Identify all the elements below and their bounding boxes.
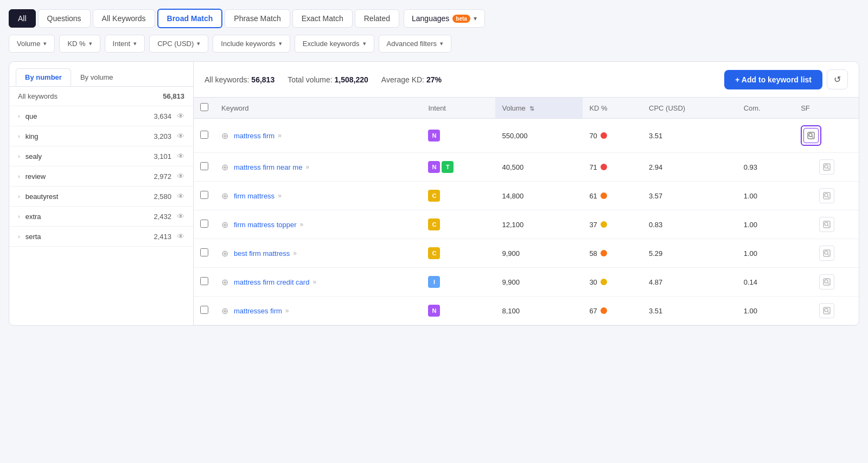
sidebar-all-keywords-count: 56,813 (163, 92, 184, 100)
sf-cell (794, 297, 859, 325)
row-checkbox[interactable] (200, 248, 208, 256)
keyword-link[interactable]: ⊕ mattress firm near me » (221, 162, 415, 172)
col-select-all (194, 98, 215, 119)
eye-icon[interactable]: 👁 (177, 212, 184, 221)
list-item[interactable]: › king 3,203 👁 (9, 126, 193, 146)
row-checkbox[interactable] (200, 131, 208, 139)
keyword-link[interactable]: ⊕ best firm mattress » (221, 248, 415, 259)
filter-include-keywords[interactable]: Include keywords ▾ (213, 35, 290, 53)
main-content: By number By volume All keywords 56,813 … (9, 61, 859, 326)
sidebar-tab-by-number[interactable]: By number (16, 68, 71, 86)
list-item[interactable]: › que 3,634 👁 (9, 106, 193, 126)
tab-all-keywords[interactable]: All Keywords (93, 9, 155, 28)
beta-badge: beta (452, 15, 470, 23)
filter-kd[interactable]: KD % ▾ (59, 35, 100, 53)
tab-broad-match[interactable]: Broad Match (157, 9, 223, 28)
table-row: ⊕ best firm mattress » C 9,900 (194, 239, 859, 268)
list-item[interactable]: › review 2,972 👁 (9, 166, 193, 187)
col-volume[interactable]: Volume ⇅ (495, 98, 583, 119)
sf-icon-button[interactable] (819, 188, 834, 203)
add-keyword-icon[interactable]: ⊕ (221, 220, 228, 230)
com-cell: 1.00 (737, 210, 794, 239)
keyword-link[interactable]: ⊕ mattress firm credit card » (221, 277, 415, 287)
keyword-text: mattresses firm (234, 307, 282, 315)
add-to-keyword-list-button[interactable]: + Add to keyword list (724, 70, 822, 89)
volume-cell: 12,100 (495, 210, 583, 239)
com-cell: 1.00 (737, 297, 794, 325)
filter-volume[interactable]: Volume ▾ (9, 35, 55, 53)
intent-badge-n: N (428, 305, 440, 317)
keyword-arrow-icon: » (293, 249, 297, 257)
keyword-arrow-icon: » (305, 163, 309, 171)
add-keyword-icon[interactable]: ⊕ (221, 248, 228, 259)
sf-cell (794, 210, 859, 239)
total-volume-value: 1,508,220 (335, 75, 368, 84)
filter-exclude-keywords[interactable]: Exclude keywords ▾ (295, 35, 374, 53)
list-item[interactable]: › extra 2,432 👁 (9, 207, 193, 227)
filter-intent-chevron-icon: ▾ (133, 40, 137, 47)
expand-icon: › (18, 193, 20, 200)
add-keyword-icon[interactable]: ⊕ (221, 162, 228, 172)
filter-include-chevron-icon: ▾ (279, 40, 282, 47)
keyword-link[interactable]: ⊕ firm mattress topper » (221, 220, 415, 230)
kd-dot-red (601, 164, 607, 170)
tab-phrase-match[interactable]: Phrase Match (225, 9, 290, 28)
list-item[interactable]: › sealy 3,101 👁 (9, 146, 193, 166)
list-item[interactable]: › serta 2,413 👁 (9, 227, 193, 247)
stat-all-keywords: All keywords: 56,813 (205, 75, 275, 84)
add-keyword-icon[interactable]: ⊕ (221, 191, 228, 201)
sidebar-tab-by-volume[interactable]: By volume (71, 68, 123, 86)
tab-all[interactable]: All (9, 9, 36, 28)
row-checkbox[interactable] (200, 220, 208, 228)
tab-languages[interactable]: Languages beta ▾ (404, 9, 485, 28)
intent-cell: C (422, 210, 495, 239)
sf-cell (794, 182, 859, 210)
sf-icon-button[interactable] (819, 303, 834, 318)
filter-intent[interactable]: Intent ▾ (105, 35, 145, 53)
cpc-cell: 3.51 (642, 297, 737, 325)
eye-icon[interactable]: 👁 (177, 172, 184, 181)
add-keyword-icon[interactable]: ⊕ (221, 131, 228, 141)
tab-exact-match[interactable]: Exact Match (292, 9, 353, 28)
eye-icon[interactable]: 👁 (177, 192, 184, 201)
eye-icon[interactable]: 👁 (177, 152, 184, 160)
intent-cell: C (422, 182, 495, 210)
eye-icon[interactable]: 👁 (177, 232, 184, 241)
list-item[interactable]: › beautyrest 2,580 👁 (9, 187, 193, 207)
keyword-cell: ⊕ mattress firm credit card » (215, 268, 422, 297)
svg-line-17 (827, 283, 829, 285)
table-row: ⊕ mattresses firm » N 8,100 (194, 297, 859, 325)
keyword-link[interactable]: ⊕ mattresses firm » (221, 306, 415, 316)
tab-questions[interactable]: Questions (38, 9, 91, 28)
filter-cpc[interactable]: CPC (USD) ▾ (149, 35, 208, 53)
sf-icon-button[interactable] (819, 217, 834, 232)
col-intent: Intent (422, 98, 495, 119)
tab-related[interactable]: Related (355, 9, 399, 28)
filter-kd-chevron-icon: ▾ (89, 40, 92, 47)
keyword-arrow-icon: » (285, 307, 289, 314)
all-keywords-value: 56,813 (251, 75, 275, 84)
volume-cell: 9,900 (495, 239, 583, 268)
sidebar-item-label: beautyrest (25, 192, 154, 201)
row-checkbox[interactable] (200, 191, 208, 199)
sf-icon-button[interactable] (819, 246, 834, 261)
row-checkbox[interactable] (200, 162, 208, 170)
add-keyword-icon[interactable]: ⊕ (221, 277, 228, 287)
eye-icon[interactable]: 👁 (177, 112, 184, 120)
row-checkbox[interactable] (200, 306, 208, 314)
row-checkbox[interactable] (200, 277, 208, 285)
sf-icon-button[interactable] (819, 274, 834, 290)
sidebar-item-label: review (25, 172, 154, 181)
keyword-link[interactable]: ⊕ firm mattress » (221, 191, 415, 201)
svg-line-5 (827, 168, 829, 170)
refresh-button[interactable]: ↺ (827, 69, 848, 89)
sf-icon-button[interactable] (803, 128, 819, 143)
kd-dot-orange (601, 250, 607, 256)
add-keyword-icon[interactable]: ⊕ (221, 306, 228, 316)
eye-icon[interactable]: 👁 (177, 132, 184, 140)
keyword-link[interactable]: ⊕ mattress firm » (221, 131, 415, 141)
sf-icon-button[interactable] (819, 159, 834, 175)
select-all-checkbox[interactable] (200, 103, 208, 111)
row-checkbox-cell (194, 153, 215, 182)
filter-advanced[interactable]: Advanced filters ▾ (379, 35, 452, 53)
